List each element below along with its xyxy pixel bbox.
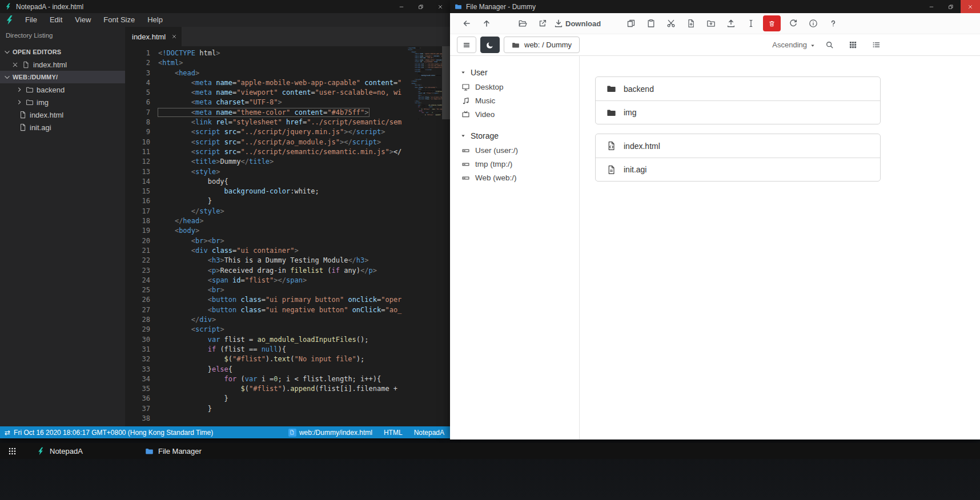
- fm-logo-icon: [145, 447, 154, 455]
- tree-item-index-html[interactable]: index.html: [0, 108, 125, 121]
- info-button[interactable]: [804, 15, 822, 32]
- code-line: 2<html>: [125, 58, 450, 68]
- taskbar-item-file-manager[interactable]: File Manager: [140, 443, 249, 459]
- help-button[interactable]: [824, 15, 842, 32]
- download-button[interactable]: Download: [553, 15, 604, 32]
- arrow-up-icon: [482, 19, 491, 28]
- file-label: index.html: [30, 111, 63, 119]
- tab-index-html[interactable]: index.html: [125, 27, 182, 46]
- chevron-down-icon: [3, 49, 11, 56]
- open-editors-header[interactable]: OPEN EDITORS: [0, 46, 125, 58]
- tree-item-img[interactable]: img: [0, 96, 125, 108]
- sidebar-section-storage[interactable]: Storage: [460, 128, 579, 143]
- folder-icon: [26, 98, 34, 106]
- rename-button[interactable]: [741, 15, 760, 32]
- hdd-icon: [461, 146, 470, 155]
- chevron-down-icon: [3, 74, 11, 81]
- tree-item-init-agi[interactable]: init.agi: [0, 121, 125, 134]
- upload-button[interactable]: [721, 15, 740, 32]
- file-row-index-html[interactable]: index.html: [596, 134, 880, 158]
- dark-mode-button[interactable]: [480, 37, 500, 53]
- code-line: 16 }: [125, 196, 450, 206]
- new-file-button[interactable]: [681, 15, 700, 32]
- filemanager-window: File Manager - Dummy Download web: / Dum…: [450, 0, 980, 439]
- notepada-logo-icon: [37, 447, 45, 455]
- close-icon[interactable]: [171, 34, 177, 39]
- new-folder-button[interactable]: [701, 15, 720, 32]
- workspace-root[interactable]: WEB:/DUMMY/: [0, 71, 125, 83]
- info-icon: [809, 19, 818, 28]
- filemanager-titlebar[interactable]: File Manager - Dummy: [450, 0, 980, 13]
- open-editor-index-html[interactable]: index.html: [0, 58, 125, 71]
- code-line: 26 <button class="ui primary button" onc…: [125, 295, 450, 305]
- folder-icon: [512, 41, 520, 49]
- menu-help[interactable]: Help: [141, 13, 169, 27]
- taskbar-item-notepada[interactable]: NotepadA: [32, 443, 140, 459]
- line-number: 29: [125, 325, 150, 334]
- list-view-button[interactable]: [866, 37, 886, 54]
- menu-file[interactable]: File: [19, 13, 43, 27]
- sidebar-item-web-web[interactable]: Web (web:/): [460, 171, 579, 184]
- copy-button[interactable]: [621, 15, 640, 32]
- line-number: 32: [125, 354, 150, 364]
- menu-view[interactable]: View: [69, 13, 97, 27]
- line-number: 38: [125, 414, 150, 424]
- minimap[interactable]: <!DOCTYPE html><html> <head> <meta name=…: [407, 47, 442, 426]
- file-icon: [19, 123, 27, 131]
- folder-open-icon: [518, 19, 527, 28]
- file-alt-icon: [607, 165, 616, 175]
- minimize-button[interactable]: [922, 0, 941, 13]
- scrollbar-thumb[interactable]: [442, 46, 450, 119]
- grid-view-button[interactable]: [843, 37, 862, 54]
- sidebar-item-tmp-tmp[interactable]: tmp (tmp:/): [460, 157, 579, 171]
- code-line: 19 <body>: [125, 226, 450, 236]
- menu-font-size[interactable]: Font Size: [97, 13, 141, 27]
- tree-item-backend[interactable]: backend: [0, 83, 125, 96]
- notepada-window-title: NotepadA - index.html: [16, 3, 83, 11]
- close-button[interactable]: [431, 0, 450, 13]
- code-line: 11 <script src="../script/semantic/seman…: [125, 147, 450, 157]
- sidebar-item-video[interactable]: Video: [460, 107, 579, 121]
- back-button[interactable]: [457, 15, 476, 32]
- line-number: 6: [125, 98, 150, 107]
- notepada-titlebar[interactable]: NotepadA - index.html: [0, 0, 450, 13]
- restore-button[interactable]: [411, 0, 431, 13]
- cut-button[interactable]: [661, 15, 680, 32]
- file-row-img[interactable]: img: [596, 100, 880, 124]
- close-icon[interactable]: [11, 61, 19, 68]
- open-button[interactable]: [513, 15, 532, 32]
- file-list: backendimgindex.htmlinit.agi: [580, 56, 980, 439]
- code-line: 31 if (flist == null){: [125, 345, 450, 354]
- code-line: 30 var flist = ao_module_loadInputFiles(…: [125, 335, 450, 345]
- paste-button[interactable]: [641, 15, 660, 32]
- sidebar-section-user[interactable]: User: [460, 65, 579, 80]
- file-row-init-agi[interactable]: init.agi: [596, 158, 880, 181]
- search-button[interactable]: [820, 37, 839, 54]
- statusbar-filepath: web:/Dummy/index.html: [288, 429, 372, 437]
- code-line: 22 <h3>This is a Dummy Testing Module</h…: [125, 256, 450, 265]
- up-button[interactable]: [477, 15, 496, 32]
- code-line: 29 <script>: [125, 325, 450, 334]
- sort-dropdown[interactable]: Ascending: [772, 41, 816, 49]
- folder-dark-icon: [607, 84, 616, 94]
- code-line: 9 <script src="../script/jquery.min.js">…: [125, 127, 450, 137]
- code-editor[interactable]: 1<!DOCTYPE html>2<html>3 <head>4 <meta n…: [125, 46, 450, 426]
- menu-button[interactable]: [457, 37, 476, 53]
- open-in-new-button[interactable]: [533, 15, 552, 32]
- refresh-button[interactable]: [784, 15, 802, 32]
- breadcrumb[interactable]: web: / Dummy: [504, 37, 580, 53]
- minimize-button[interactable]: [392, 0, 411, 13]
- caret-down-icon: [460, 70, 466, 75]
- sidebar-item-music[interactable]: Music: [460, 94, 579, 107]
- line-number: 34: [125, 374, 150, 384]
- desktop: NotepadA - index.html FileEditViewFont S…: [0, 0, 980, 500]
- editor-scrollbar[interactable]: [442, 46, 450, 426]
- maximize-button[interactable]: [941, 0, 961, 13]
- file-row-backend[interactable]: backend: [596, 77, 880, 100]
- delete-button[interactable]: [763, 15, 781, 31]
- menu-edit[interactable]: Edit: [43, 13, 69, 27]
- sidebar-item-desktop[interactable]: Desktop: [460, 80, 579, 94]
- close-button[interactable]: [961, 0, 980, 13]
- app-launcher-button[interactable]: [0, 443, 24, 459]
- sidebar-item-user-user[interactable]: User (user:/): [460, 143, 579, 157]
